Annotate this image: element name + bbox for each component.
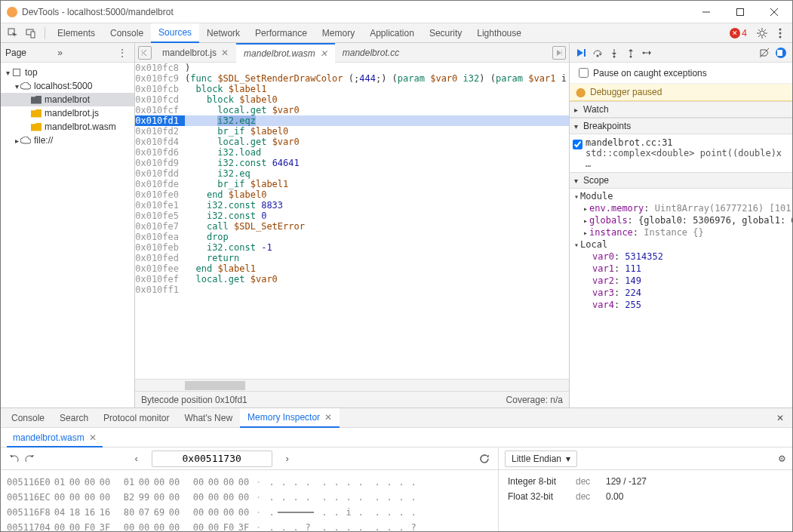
- tree-item-mandelbrot-wasm[interactable]: mandelbrot.wasm: [1, 120, 134, 134]
- sidebar-menu-icon[interactable]: ⋮: [118, 48, 127, 58]
- scope-instance[interactable]: instance: Instance {}: [570, 226, 792, 238]
- svg-point-7: [760, 31, 764, 35]
- drawer-tab[interactable]: What's New: [177, 408, 240, 428]
- scope-module[interactable]: Module: [570, 190, 792, 202]
- breakpoint-item[interactable]: mandelbrot.cc:31 std::complex<double> po…: [570, 136, 792, 171]
- memory-address-input[interactable]: [152, 451, 272, 467]
- svg-marker-37: [10, 455, 14, 457]
- memory-tab-wasm[interactable]: mandelbrot.wasm✕: [7, 429, 103, 447]
- hex-row[interactable]: 005116F8041816168007690000000000·...i...…: [7, 505, 492, 520]
- tree-item-mandelbrot[interactable]: mandelbrot: [1, 93, 134, 106]
- main-tab-application[interactable]: Application: [362, 23, 422, 43]
- close-window-button[interactable]: [757, 1, 791, 23]
- minimize-button[interactable]: [689, 1, 723, 23]
- mem-next-icon[interactable]: ›: [278, 453, 297, 464]
- nav-back-icon[interactable]: [138, 46, 152, 60]
- svg-marker-27: [612, 53, 616, 55]
- svg-marker-38: [30, 455, 34, 457]
- svg-marker-30: [629, 49, 633, 51]
- refresh-icon[interactable]: [477, 451, 492, 466]
- main-tab-security[interactable]: Security: [422, 23, 469, 43]
- mem-prev-icon[interactable]: ‹: [128, 453, 146, 464]
- main-tab-elements[interactable]: Elements: [50, 23, 103, 43]
- step-into-icon[interactable]: [606, 45, 622, 61]
- tree-top[interactable]: top: [1, 66, 134, 79]
- breakpoint-checkbox[interactable]: [573, 140, 582, 149]
- step-out-icon[interactable]: [622, 45, 639, 61]
- scope-env-memory[interactable]: env.memory: Uint8Array(16777216) [101, …: [570, 202, 792, 214]
- sources-sidebar: Page » ⋮ top localhost:5000: [1, 43, 135, 407]
- code-area[interactable]: )(func $SDL_SetRenderDrawColor (;444;) (…: [185, 63, 569, 379]
- scope-local-var[interactable]: var3: 224: [570, 287, 792, 299]
- value-settings-icon[interactable]: ⚙: [778, 454, 786, 464]
- scope-globals[interactable]: globals: {global0: 5306976, global1: 65…: [570, 214, 792, 226]
- resume-icon[interactable]: [573, 45, 589, 61]
- settings-icon[interactable]: [753, 24, 771, 42]
- svg-rect-1: [736, 8, 743, 15]
- hex-view[interactable]: 005116E0010000000100000000000000·.......…: [1, 470, 498, 531]
- close-icon[interactable]: ✕: [324, 412, 332, 423]
- section-scope[interactable]: Scope: [570, 172, 792, 189]
- drawer-tab[interactable]: Console: [4, 408, 52, 428]
- source-editor[interactable]: 0x010fc80x010fc90x010fcb0x010fcd0x010fcf…: [135, 63, 569, 379]
- close-icon[interactable]: ✕: [89, 432, 97, 443]
- scope-local-var[interactable]: var1: 111: [570, 263, 792, 275]
- error-icon: ✕: [730, 28, 740, 38]
- inspect-icon[interactable]: [4, 24, 22, 42]
- more-icon[interactable]: [771, 24, 789, 42]
- hex-row[interactable]: 005116E0010000000100000000000000·.......…: [7, 475, 492, 490]
- svg-marker-33: [649, 51, 651, 55]
- pause-on-caught-row[interactable]: Pause on caught exceptions: [570, 63, 792, 84]
- debugger-paused-banner: ⬤ Debugger paused: [570, 84, 792, 101]
- gutter[interactable]: 0x010fc80x010fc90x010fcb0x010fcd0x010fcf…: [135, 63, 185, 379]
- section-breakpoints[interactable]: Breakpoints: [570, 118, 792, 134]
- main-tab-lighthouse[interactable]: Lighthouse: [469, 23, 529, 43]
- drawer-tab[interactable]: Protocol monitor: [96, 408, 177, 428]
- scope-local-var[interactable]: var0: 5314352: [570, 251, 792, 263]
- tree-host[interactable]: localhost:5000: [1, 79, 134, 93]
- svg-marker-39: [487, 455, 489, 458]
- tree-item-mandelbrot-js[interactable]: mandelbrot.js: [1, 106, 134, 120]
- window-title: DevTools - localhost:5000/mandelbrot: [22, 7, 689, 17]
- close-icon[interactable]: ✕: [320, 48, 327, 59]
- hex-row[interactable]: 005116EC00000000B299000000000000·.......…: [7, 490, 492, 505]
- close-icon[interactable]: ✕: [221, 48, 229, 58]
- redo-icon[interactable]: [22, 451, 37, 466]
- svg-line-14: [764, 29, 766, 31]
- drawer-tab[interactable]: Memory Inspector ✕: [240, 408, 340, 428]
- step-over-icon[interactable]: [589, 45, 606, 61]
- sidebar-page-label[interactable]: Page: [5, 48, 54, 58]
- hex-row[interactable]: 005117040000F03F000000000000F03F·...?...…: [7, 520, 492, 531]
- error-badge[interactable]: ✕ 4: [730, 28, 747, 38]
- file-tab[interactable]: mandelbrot.cc: [335, 43, 407, 63]
- file-tab[interactable]: mandelbrot.wasm✕: [236, 43, 335, 63]
- drawer-tab[interactable]: Search: [52, 408, 96, 428]
- drawer-close-icon[interactable]: ✕: [771, 413, 789, 423]
- file-tab[interactable]: mandelbrot.js✕: [155, 43, 236, 63]
- endian-select[interactable]: Little Endian ▾: [505, 451, 577, 467]
- tree-file-scheme[interactable]: file://: [1, 134, 134, 147]
- maximize-button[interactable]: [723, 1, 757, 23]
- run-snippet-icon[interactable]: [552, 46, 566, 60]
- pause-on-caught-checkbox[interactable]: [579, 68, 589, 78]
- scope-local-var[interactable]: var2: 149: [570, 275, 792, 287]
- scope-local-var[interactable]: var4: 255: [570, 299, 792, 311]
- editor-hscroll[interactable]: [135, 379, 569, 391]
- pause-exception-icon[interactable]: [773, 45, 789, 61]
- main-toolbar: ElementsConsoleSourcesNetworkPerformance…: [1, 23, 792, 43]
- sidebar-more-icon[interactable]: »: [57, 48, 63, 58]
- main-tab-performance[interactable]: Performance: [247, 23, 315, 43]
- undo-icon[interactable]: [7, 451, 22, 466]
- main-tab-console[interactable]: Console: [103, 23, 151, 43]
- scope-local[interactable]: Local: [570, 238, 792, 251]
- main-tab-memory[interactable]: Memory: [315, 23, 362, 43]
- main-tab-network[interactable]: Network: [199, 23, 247, 43]
- device-icon[interactable]: [22, 24, 40, 42]
- debug-toolbar: [570, 43, 792, 63]
- svg-point-17: [779, 32, 782, 34]
- warn-icon: ⬤: [576, 87, 586, 97]
- main-tab-sources[interactable]: Sources: [151, 23, 199, 43]
- deactivate-bp-icon[interactable]: [756, 45, 773, 61]
- step-icon[interactable]: [639, 45, 656, 61]
- section-watch[interactable]: Watch: [570, 101, 792, 118]
